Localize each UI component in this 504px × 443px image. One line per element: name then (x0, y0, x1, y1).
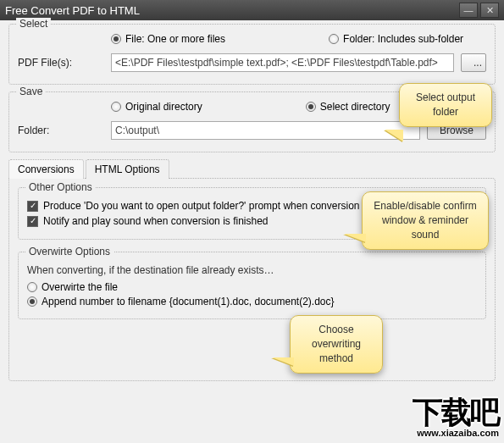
pdf-files-label: PDF File(s): (18, 57, 111, 69)
select-dir-label: Select directory (320, 101, 390, 113)
prompt-label: Produce 'Do you want to open output fold… (43, 200, 407, 212)
original-dir-radio[interactable]: Original directory (111, 101, 202, 113)
other-options-legend: Other Options (25, 181, 96, 193)
radio-icon (111, 34, 121, 44)
minimize-button[interactable]: — (459, 3, 478, 18)
radio-icon (306, 102, 316, 112)
checkbox-icon (27, 201, 38, 212)
append-number-label: Append number to filename {document(1).d… (42, 296, 335, 307)
folder-label: Folder: (18, 125, 111, 136)
append-number-radio[interactable]: Append number to filename {document(1).d… (27, 296, 477, 307)
folder-radio-label: Folder: Includes sub-folder (343, 33, 463, 45)
pdf-files-input[interactable] (111, 53, 454, 72)
watermark: 下载吧 www.xiazaiba.com (413, 397, 499, 438)
overwrite-legend: Overwirte Options (25, 246, 114, 257)
close-button[interactable]: ✕ (480, 3, 499, 18)
file-radio-label: File: One or more files (125, 33, 225, 45)
tab-html-options[interactable]: HTML Options (86, 159, 169, 179)
callout-tail-icon (272, 357, 294, 366)
callout-text: Choose overwriting method (312, 324, 361, 364)
checkbox-icon (27, 216, 38, 227)
radio-icon (27, 296, 37, 307)
tabs: Conversions HTML Options (8, 159, 496, 179)
watermark-text: 下载吧 (413, 397, 499, 428)
radio-icon (27, 282, 37, 292)
folder-input[interactable] (111, 121, 420, 140)
radio-icon (329, 34, 339, 44)
titlebar: Free Convert PDF to HTML — ✕ (0, 0, 504, 20)
overwrite-desc: When converting, if the destination file… (27, 264, 477, 276)
callout-select-output: Select output folder (399, 83, 492, 127)
save-legend: Save (16, 86, 46, 97)
radio-icon (111, 102, 121, 112)
select-legend: Select (16, 18, 51, 30)
original-dir-label: Original directory (125, 101, 202, 113)
file-radio[interactable]: File: One or more files (111, 33, 225, 45)
callout-overwrite: Choose overwriting method (290, 315, 383, 374)
watermark-url: www.xiazaiba.com (413, 428, 499, 438)
select-dir-radio[interactable]: Select directory (306, 101, 390, 113)
callout-text: Enable/disable confirm window & reminder… (374, 200, 476, 241)
overwrite-file-radio[interactable]: Overwirte the file (27, 281, 477, 293)
callout-tail-icon (385, 130, 403, 141)
tab-conversions[interactable]: Conversions (8, 159, 84, 179)
callout-tail-icon (344, 234, 366, 242)
window-title: Free Convert PDF to HTML (5, 4, 457, 17)
overwrite-file-label: Overwirte the file (42, 281, 118, 293)
callout-text: Select output folder (416, 91, 475, 118)
pdf-browse-button[interactable]: ... (461, 53, 486, 72)
notify-label: Notify and play sound when conversion is… (43, 215, 269, 227)
select-group: Select File: One or more files Folder: I… (8, 24, 496, 85)
callout-enable-disable: Enable/disable confirm window & reminder… (362, 191, 489, 250)
overwrite-options-group: Overwirte Options When converting, if th… (18, 252, 486, 319)
folder-radio[interactable]: Folder: Includes sub-folder (329, 33, 463, 45)
